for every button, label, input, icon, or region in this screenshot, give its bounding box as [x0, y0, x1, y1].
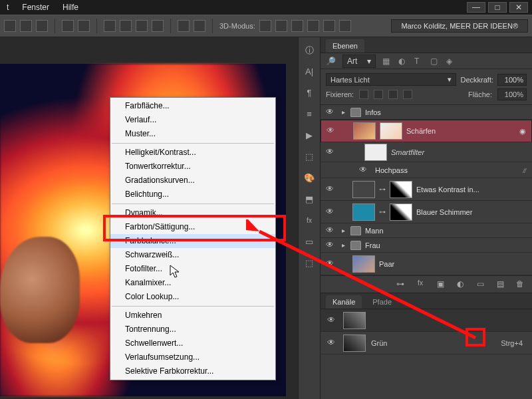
layer-row[interactable]: 👁 ⊶ Etwas Kontrast in... — [321, 178, 532, 201]
link-layers-icon[interactable]: ⊶ — [395, 279, 406, 290]
menu-item-kanalmixer[interactable]: Kanalmixer... — [110, 276, 275, 290]
visibility-icon[interactable]: 👁 — [325, 315, 338, 326]
new-layer-icon[interactable]: ▤ — [495, 279, 505, 290]
opt-icon[interactable] — [120, 20, 132, 32]
mode-icon[interactable] — [259, 20, 271, 32]
expand-icon[interactable]: ▸ — [340, 227, 346, 234]
fx-icon[interactable]: fx — [303, 214, 316, 227]
menu-item-verlaufsumsetzung[interactable]: Verlaufsumsetzung... — [110, 350, 275, 364]
channel-row[interactable]: 👁 — [321, 309, 532, 332]
menu-item-gradationskurven[interactable]: Gradationskurven... — [110, 174, 275, 188]
opt-icon[interactable] — [152, 20, 164, 32]
expand-icon[interactable]: ▸ — [340, 241, 346, 249]
menu-item-farbflche[interactable]: Farbfläche... — [110, 99, 275, 113]
layer-group[interactable]: 👁 ▸ Frau — [321, 238, 532, 253]
filter-adjust-icon[interactable]: ◐ — [398, 57, 408, 66]
lock-all-icon[interactable] — [388, 90, 398, 99]
adjustment-layer-icon[interactable]: ◐ — [455, 279, 466, 290]
mode-icon[interactable] — [275, 20, 287, 32]
maximize-button[interactable]: □ — [488, 2, 507, 13]
menu-item-schwellenwert[interactable]: Schwellenwert... — [110, 336, 275, 350]
layer-filter-select[interactable]: Art▾ — [342, 55, 376, 68]
opt-icon[interactable] — [62, 20, 74, 32]
smartfilter-header[interactable]: 👁 Smartfilter — [321, 142, 532, 162]
lock-position-icon[interactable] — [374, 90, 383, 99]
mode-icon[interactable] — [339, 20, 351, 32]
menu-item-tonwertkorrektur[interactable]: Tonwertkorrektur... — [110, 160, 275, 174]
menu-item-muster[interactable]: Muster... — [110, 127, 275, 141]
filter-type-icon[interactable]: T — [414, 57, 424, 66]
channel-row[interactable]: 👁 Grün Strg+4 — [321, 332, 532, 354]
filter-pixel-icon[interactable]: ▦ — [382, 57, 392, 66]
menu-item-fotofilter[interactable]: Fotofilter... — [110, 262, 275, 276]
close-button[interactable]: ✕ — [509, 2, 528, 13]
expand-icon[interactable]: ▸ — [340, 108, 346, 116]
menu-item-selektivefarbkorrektur[interactable]: Selektive Farbkorrektur... — [110, 364, 275, 378]
mode-icon[interactable] — [323, 20, 335, 32]
adjustments-icon[interactable]: ⬒ — [303, 193, 316, 206]
menu-item-verlauf[interactable]: Verlauf... — [110, 113, 275, 127]
fill-input[interactable]: 100% — [497, 88, 527, 100]
lock-pixels-icon[interactable] — [359, 90, 368, 99]
visibility-icon[interactable]: 👁 — [323, 225, 336, 236]
visibility-icon[interactable]: 👁 — [323, 240, 336, 251]
menu-item-helligkeitkontrast[interactable]: Helligkeit/Kontrast... — [110, 146, 275, 160]
styles-icon[interactable]: ≡ — [303, 108, 316, 121]
visibility-icon[interactable]: 👁 — [356, 165, 370, 176]
info-icon[interactable]: ⓘ — [303, 44, 316, 57]
visibility-icon[interactable]: 👁 — [323, 259, 336, 269]
menu-item-colorlookup[interactable]: Color Lookup... — [110, 290, 275, 304]
visibility-icon[interactable]: 👁 — [323, 107, 336, 118]
visibility-icon[interactable]: 👁 — [324, 126, 337, 136]
menu-item[interactable]: t — [7, 3, 9, 12]
layer-row[interactable]: 👁 ⊶ Blauer Schimmer — [321, 201, 532, 223]
mode-icon[interactable] — [307, 20, 319, 32]
paragraph-icon[interactable]: ¶ — [303, 86, 316, 100]
workspace-credit[interactable]: Marco Kolditz, MEER DER IDEEN® — [391, 19, 528, 33]
opt-icon[interactable] — [104, 20, 116, 32]
opt-icon[interactable] — [136, 20, 148, 32]
visibility-icon[interactable]: 👁 — [323, 207, 336, 217]
menu-item-help[interactable]: Hilfe — [63, 3, 78, 12]
filter-options-icon[interactable]: ⫽ — [521, 166, 532, 174]
menu-item-schwarzwei[interactable]: Schwarzweiß... — [110, 248, 275, 262]
visibility-icon[interactable]: 👁 — [323, 147, 336, 158]
menu-item-belichtung[interactable]: Belichtung... — [110, 188, 275, 201]
opt-icon[interactable] — [36, 20, 48, 32]
menu-item-umkehren[interactable]: Umkehren — [110, 309, 275, 323]
play-icon[interactable]: ▶ — [303, 129, 316, 142]
opt-icon[interactable] — [194, 20, 205, 32]
layer-group[interactable]: 👁 ▸ Infos — [321, 105, 532, 120]
tab-channels[interactable]: Kanäle — [326, 295, 362, 309]
layer-group[interactable]: 👁 ▸ Mann — [321, 223, 532, 238]
group-icon[interactable]: ▭ — [475, 279, 485, 290]
visibility-icon[interactable]: 👁 — [325, 338, 338, 348]
lock-icon[interactable] — [403, 90, 412, 99]
visibility-icon[interactable]: 👁 — [323, 184, 336, 195]
layer-row[interactable]: 👁 Paar — [321, 253, 532, 275]
filter-shape-icon[interactable]: ▢ — [430, 57, 440, 66]
opt-icon[interactable] — [20, 20, 32, 32]
minimize-button[interactable]: — — [467, 2, 485, 13]
fx-icon[interactable]: fx — [415, 279, 426, 290]
color-icon[interactable]: 🎨 — [303, 172, 316, 185]
character-icon[interactable]: A| — [303, 65, 316, 78]
tab-layers[interactable]: Ebenen — [326, 39, 364, 53]
opt-icon[interactable] — [178, 20, 190, 32]
menu-item-window[interactable]: Fenster — [22, 3, 49, 12]
opacity-input[interactable]: 100% — [497, 74, 527, 86]
filter-smart-icon[interactable]: ◈ — [446, 57, 456, 66]
layer-row[interactable]: 👁 Schärfen ◉ — [321, 120, 532, 142]
opt-icon[interactable] — [78, 20, 90, 32]
panel-icon[interactable]: ⬚ — [303, 257, 316, 270]
mask-icon[interactable]: ▣ — [435, 279, 446, 290]
delete-icon[interactable]: 🗑 — [515, 279, 525, 290]
mode-icon[interactable] — [291, 20, 303, 32]
smartfilter-item[interactable]: 👁 Hochpass ⫽ — [321, 162, 532, 178]
blend-mode-select[interactable]: Hartes Licht▾ — [326, 73, 456, 86]
opt-icon[interactable] — [4, 20, 16, 32]
tab-paths[interactable]: Pfade — [366, 295, 398, 309]
swatches-icon[interactable]: ⬚ — [303, 150, 316, 164]
menu-item-tontrennung[interactable]: Tontrennung... — [110, 323, 275, 336]
panel-icon[interactable]: ▭ — [303, 235, 316, 249]
